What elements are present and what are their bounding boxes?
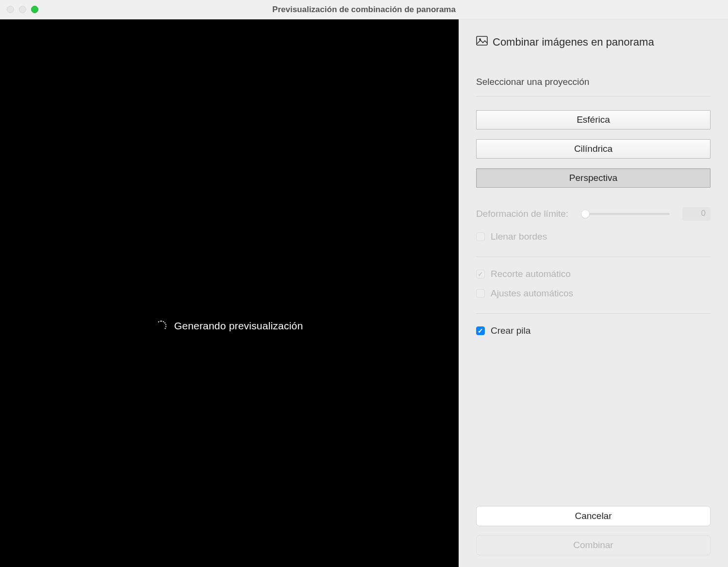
auto-crop-checkbox [476,270,485,278]
panel-header: Combinar imágenes en panorama [476,36,711,49]
zoom-window-button[interactable] [31,6,38,13]
cancel-button[interactable]: Cancelar [476,506,711,526]
projection-buttons: Esférica Cilíndrica Perspectiva [476,110,711,188]
boundary-warp-label: Deformación de límite: [476,209,568,219]
fill-edges-label: Llenar bordes [491,231,547,242]
svg-rect-0 [477,36,487,45]
merge-button: Combinar [476,535,711,555]
preview-pane: Generando previsualización [0,19,459,567]
titlebar: Previsualización de combinación de panor… [0,0,728,19]
content-area: Generando previsualización Combinar imág… [0,19,728,567]
boundary-warp-value: 0 [682,207,711,221]
window-controls [0,6,38,13]
close-window-button[interactable] [7,6,14,13]
preview-status-text: Generando previsualización [174,320,303,332]
auto-crop-label: Recorte automático [491,269,571,279]
divider [476,257,711,257]
create-stack-row: Crear pila [476,325,711,336]
auto-settings-row: Ajustes automáticos [476,288,711,299]
boundary-warp-row: Deformación de límite: 0 [476,207,711,221]
preview-status: Generando previsualización [0,320,459,332]
create-stack-checkbox[interactable] [476,326,485,335]
boundary-warp-slider [581,213,670,215]
boundary-warp-slider-thumb [581,210,590,218]
create-stack-label: Crear pila [491,325,530,336]
window-title: Previsualización de combinación de panor… [0,5,728,15]
fill-edges-checkbox [476,232,485,241]
panel-header-text: Combinar imágenes en panorama [493,36,654,49]
auto-settings-label: Ajustes automáticos [491,288,573,299]
projection-section-label: Seleccionar una proyección [476,77,711,97]
divider-2 [476,313,711,314]
projection-cylindrical-button[interactable]: Cilíndrica [476,139,711,159]
footer-buttons: Cancelar Combinar [476,506,711,555]
spinner-icon [156,321,166,331]
fill-edges-row: Llenar bordes [476,231,711,242]
projection-perspective-button[interactable]: Perspectiva [476,168,711,188]
minimize-window-button[interactable] [19,6,26,13]
auto-crop-row: Recorte automático [476,269,711,279]
projection-spherical-button[interactable]: Esférica [476,110,711,130]
panorama-icon [476,36,488,49]
side-panel: Combinar imágenes en panorama Selecciona… [459,19,728,567]
auto-settings-checkbox [476,289,485,298]
